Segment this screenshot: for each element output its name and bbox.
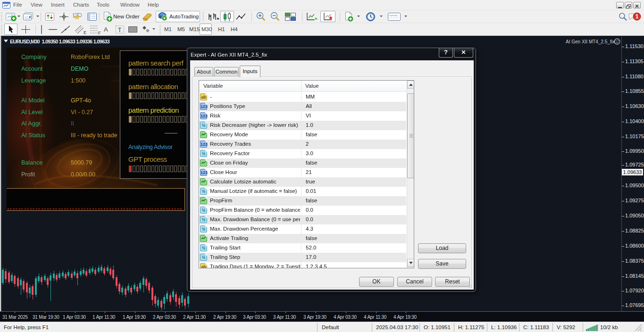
svg-text:1: 1 (636, 13, 639, 20)
svg-text:E: E (84, 30, 86, 35)
svg-text:F: F (98, 31, 101, 35)
svg-text:T: T (118, 27, 122, 33)
